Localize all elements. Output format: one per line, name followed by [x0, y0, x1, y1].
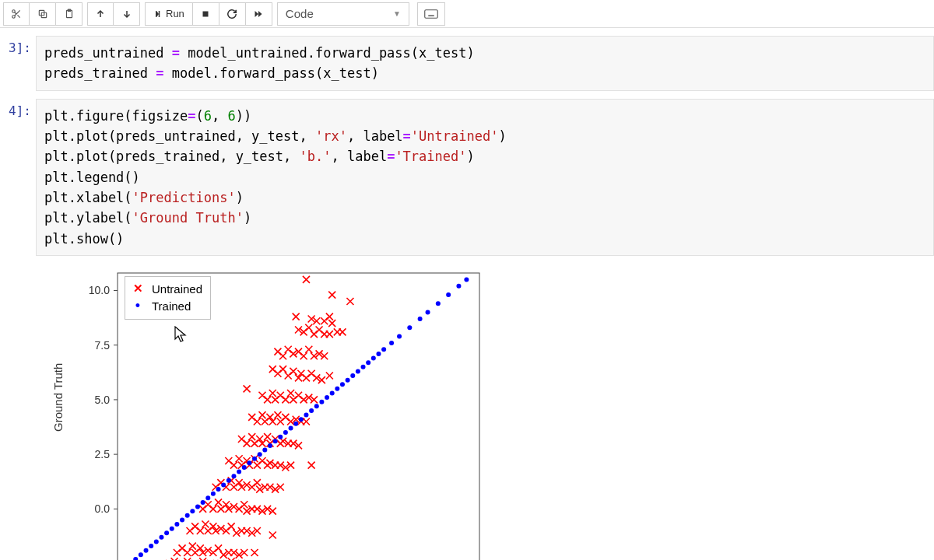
svg-point-400 [268, 443, 272, 448]
copy-button[interactable] [30, 2, 56, 26]
svg-point-379 [159, 535, 163, 540]
svg-point-405 [293, 422, 298, 426]
svg-rect-16 [425, 9, 438, 18]
code-input[interactable]: plt.figure(figsize=(6, 6)) plt.plot(pred… [36, 99, 934, 256]
svg-point-404 [289, 426, 293, 431]
svg-point-374 [133, 557, 138, 560]
svg-line-3 [17, 15, 19, 17]
arrow-down-icon [122, 9, 132, 19]
svg-point-414 [340, 382, 345, 387]
svg-point-1 [12, 15, 16, 18]
scatter-plot: -2.50.02.55.07.510.0 [44, 268, 511, 560]
svg-point-388 [205, 495, 210, 500]
svg-point-392 [226, 478, 231, 483]
svg-point-375 [139, 552, 143, 557]
restart-button[interactable] [219, 2, 246, 26]
svg-point-410 [319, 400, 324, 404]
cell-type-value: Code [286, 7, 314, 20]
move-up-button[interactable] [87, 2, 114, 26]
svg-text:7.5: 7.5 [95, 339, 111, 352]
svg-text:0.0: 0.0 [95, 502, 111, 515]
svg-point-403 [283, 430, 288, 435]
svg-point-394 [237, 470, 241, 474]
caret-down-icon: ▼ [393, 9, 401, 18]
cell-type-select[interactable]: Code ▼ [277, 2, 409, 26]
svg-text:10.0: 10.0 [89, 285, 110, 297]
legend-marker-x-icon: ✕ [132, 282, 144, 296]
cut-button[interactable] [3, 2, 30, 26]
code-cell: 3]: preds_untrained = model_untrained.fo… [0, 36, 934, 91]
svg-point-428 [436, 301, 441, 306]
svg-point-390 [216, 487, 221, 492]
svg-marker-14 [255, 11, 259, 17]
restart-run-all-button[interactable] [246, 2, 272, 26]
svg-point-407 [304, 413, 308, 418]
svg-marker-11 [156, 11, 159, 17]
svg-text:5.0: 5.0 [95, 394, 111, 406]
cell-prompt: 3]: [0, 36, 36, 55]
svg-point-382 [174, 522, 179, 527]
svg-point-422 [381, 347, 386, 352]
svg-point-411 [325, 395, 329, 400]
svg-point-401 [273, 439, 278, 443]
legend-label: Trained [152, 299, 191, 313]
cell-output: -2.50.02.55.07.510.0 ✕ Untrained • Train… [36, 264, 934, 560]
svg-point-399 [262, 448, 267, 453]
svg-point-431 [464, 278, 469, 282]
svg-point-397 [252, 457, 257, 461]
svg-point-377 [149, 544, 153, 548]
svg-point-412 [330, 391, 335, 396]
svg-point-0 [12, 9, 16, 12]
svg-point-391 [221, 483, 226, 488]
code-input[interactable]: preds_untrained = model_untrained.forwar… [36, 36, 934, 91]
svg-point-429 [446, 292, 451, 297]
plot-legend: ✕ Untrained • Trained [125, 276, 211, 320]
command-palette-button[interactable] [417, 2, 445, 26]
svg-point-430 [456, 284, 461, 289]
svg-point-389 [211, 492, 216, 496]
svg-rect-8 [68, 9, 71, 11]
svg-point-402 [278, 435, 283, 439]
svg-point-406 [299, 417, 304, 422]
svg-point-395 [242, 465, 247, 470]
svg-point-423 [389, 341, 394, 345]
svg-point-383 [180, 517, 184, 522]
svg-point-376 [144, 548, 149, 553]
svg-point-416 [350, 373, 355, 378]
svg-point-380 [164, 530, 169, 535]
fast-forward-icon [253, 9, 264, 19]
svg-point-427 [426, 310, 430, 315]
notebook-body: 3]: preds_untrained = model_untrained.fo… [0, 28, 934, 560]
svg-point-396 [247, 460, 251, 465]
paste-button[interactable] [56, 2, 83, 26]
svg-point-398 [258, 452, 262, 457]
svg-point-387 [201, 500, 205, 505]
svg-point-425 [407, 325, 412, 330]
svg-point-393 [231, 474, 236, 478]
svg-point-386 [195, 505, 200, 509]
interrupt-button[interactable] [193, 2, 219, 26]
notebook-toolbar: Run Code ▼ [0, 0, 934, 28]
svg-point-421 [376, 352, 381, 356]
scissors-icon [11, 9, 22, 19]
move-down-button[interactable] [114, 2, 140, 26]
svg-point-418 [361, 365, 366, 369]
svg-rect-13 [203, 11, 209, 16]
arrow-up-icon [96, 9, 105, 19]
svg-point-426 [418, 317, 423, 321]
run-icon [153, 9, 163, 19]
matplotlib-figure: -2.50.02.55.07.510.0 ✕ Untrained • Train… [44, 268, 511, 560]
run-button[interactable]: Run [145, 2, 193, 26]
svg-text:2.5: 2.5 [95, 448, 111, 460]
svg-point-415 [346, 378, 350, 383]
svg-marker-15 [258, 11, 262, 17]
svg-point-424 [397, 334, 402, 339]
plot-ylabel: Ground Truth [51, 363, 65, 432]
svg-point-409 [314, 404, 319, 408]
svg-point-381 [170, 527, 174, 531]
legend-label: Untrained [152, 282, 202, 296]
keyboard-icon [424, 9, 438, 19]
svg-point-419 [366, 360, 370, 365]
code-cell: 4]: plt.figure(figsize=(6, 6)) plt.plot(… [0, 99, 934, 256]
svg-point-384 [185, 513, 190, 518]
